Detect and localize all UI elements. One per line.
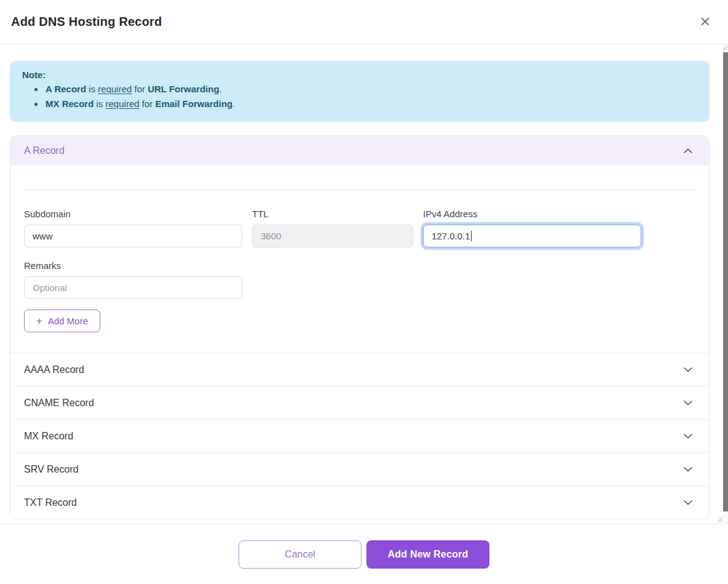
add-dns-record-modal: Add DNS Hosting Record ✕ Note: A Record … xyxy=(0,0,728,584)
remarks-field: Remarks xyxy=(24,260,242,299)
cancel-button[interactable]: Cancel xyxy=(239,540,362,569)
note-required-word: required xyxy=(106,98,140,109)
modal-footer: Cancel Add New Record xyxy=(0,524,728,584)
ipv4-label: IPv4 Address xyxy=(423,209,641,219)
note-record-name: A Record xyxy=(46,84,86,94)
plus-icon: + xyxy=(36,316,42,326)
text-caret xyxy=(471,231,472,241)
chevron-down-icon xyxy=(683,500,693,505)
ttl-field: TTL xyxy=(252,209,413,247)
accordion-header-a-record[interactable]: A Record xyxy=(10,136,709,166)
modal-body: Note: A Record is required for URL Forwa… xyxy=(0,44,728,519)
scrollbar-track[interactable] xyxy=(723,45,728,524)
subdomain-input[interactable] xyxy=(24,225,242,247)
ttl-input xyxy=(252,225,413,247)
ipv4-input[interactable]: 127.0.0.1 xyxy=(423,225,641,247)
accordion-label: MX Record xyxy=(24,431,73,442)
add-new-record-button[interactable]: Add New Record xyxy=(366,540,489,569)
note-feature-name: Email Forwarding xyxy=(155,98,232,109)
note-list: A Record is required for URL Forwarding.… xyxy=(22,82,697,111)
note-item-a-record: A Record is required for URL Forwarding. xyxy=(44,82,697,97)
modal-header: Add DNS Hosting Record ✕ xyxy=(0,0,728,44)
accordion-header-srv-record[interactable]: SRV Record xyxy=(10,452,709,486)
close-icon[interactable]: ✕ xyxy=(696,14,714,30)
accordion-label: AAAA Record xyxy=(24,364,84,375)
subdomain-field: Subdomain xyxy=(24,209,242,247)
a-record-panel: Subdomain TTL IPv4 Address 127.0.0.1 xyxy=(10,190,709,353)
note-item-mx-record: MX Record is required for Email Forwardi… xyxy=(44,97,697,111)
scrollbar-top-notch-icon xyxy=(723,46,727,50)
chevron-up-icon xyxy=(683,148,693,154)
chevron-down-icon xyxy=(683,400,693,406)
note-heading: Note: xyxy=(22,70,697,80)
ttl-label: TTL xyxy=(252,209,413,219)
chevron-down-icon xyxy=(683,433,693,439)
accordion-header-mx-record[interactable]: MX Record xyxy=(10,419,709,452)
note-required-word: required xyxy=(98,84,132,94)
ipv4-value: 127.0.0.1 xyxy=(432,231,470,241)
scrollbar-thumb[interactable] xyxy=(723,52,728,511)
add-more-label: Add More xyxy=(48,316,88,326)
remarks-label: Remarks xyxy=(24,260,242,271)
page-title: Add DNS Hosting Record xyxy=(11,15,162,29)
accordion-label: TXT Record xyxy=(24,497,77,508)
subdomain-label: Subdomain xyxy=(24,209,242,219)
accordion-header-aaaa-record[interactable]: AAAA Record xyxy=(10,353,709,386)
note-box: Note: A Record is required for URL Forwa… xyxy=(10,61,710,122)
resize-grip-icon xyxy=(717,516,723,522)
ipv4-field: IPv4 Address 127.0.0.1 xyxy=(423,209,641,247)
note-record-name: MX Record xyxy=(46,98,93,109)
panel-divider xyxy=(24,190,695,190)
add-more-button[interactable]: + Add More xyxy=(24,310,100,332)
accordion-label: CNAME Record xyxy=(24,398,94,409)
accordion-label: A Record xyxy=(24,145,65,156)
chevron-down-icon xyxy=(683,367,693,372)
accordion-label: SRV Record xyxy=(24,464,79,475)
accordion-header-txt-record[interactable]: TXT Record xyxy=(10,486,709,519)
a-record-field-row: Subdomain TTL IPv4 Address 127.0.0.1 xyxy=(24,209,695,247)
chevron-down-icon xyxy=(683,466,693,472)
note-feature-name: URL Forwarding xyxy=(148,84,219,94)
accordion-header-cname-record[interactable]: CNAME Record xyxy=(10,386,709,419)
record-accordion: A Record Subdomain TTL xyxy=(10,135,710,519)
remarks-input[interactable] xyxy=(24,276,242,299)
